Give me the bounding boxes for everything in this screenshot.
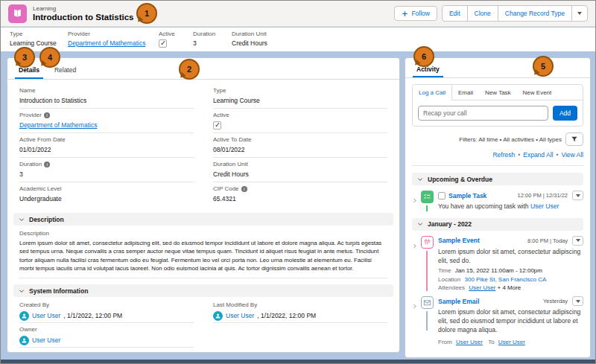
filters-summary: Filters: All time • All activities • All… [459, 136, 562, 143]
field-value: 08/01/2022 [213, 146, 387, 153]
field-label: Duration Unit [232, 31, 267, 37]
view-all-link[interactable]: View All [561, 151, 583, 159]
field-label: Owner [19, 326, 194, 333]
edit-button[interactable]: Edit [443, 6, 468, 21]
location-link[interactable]: 300 Pike St, San Francisco CA [464, 276, 546, 283]
owner-link[interactable]: User User [32, 336, 60, 344]
active-checkbox [159, 39, 167, 48]
annotation-badge-1: 1 [136, 3, 157, 24]
tab-log-a-call[interactable]: Log a Call [413, 85, 452, 100]
event-title-link[interactable]: Sample Event [438, 237, 480, 244]
highlight-field-duration: Duration 3 [193, 31, 232, 51]
field-value: Credit Hours [213, 170, 387, 178]
field-label: Active From Date [19, 136, 194, 143]
add-button[interactable]: Add [553, 106, 577, 121]
tab-activity[interactable]: Activity [416, 66, 440, 77]
field-owner: Owner User User [19, 323, 194, 348]
filter-button[interactable] [565, 132, 583, 146]
time-value: Jan 15, 2022 11:00am - 12:00pm [455, 267, 542, 274]
task-complete-checkbox[interactable] [438, 192, 446, 199]
field-label: Created By [19, 301, 194, 308]
annotation-badge-5: 5 [533, 56, 554, 77]
provider-link[interactable]: Department of Mathematics [19, 121, 97, 129]
section-title: System Information [29, 287, 88, 295]
tab-details[interactable]: Details [19, 66, 39, 79]
email-actions-button[interactable] [572, 296, 583, 306]
field-label: Active [159, 31, 187, 37]
attendee-link[interactable]: User User [469, 284, 495, 291]
chevron-down-icon [576, 194, 580, 197]
refresh-link[interactable]: Refresh [492, 151, 515, 159]
chevron-down-icon [19, 288, 25, 294]
from-label: From [438, 339, 452, 345]
field-type: Type Learning Course [213, 84, 387, 109]
info-icon[interactable] [241, 186, 247, 192]
expand-all-link[interactable]: Expand All [523, 151, 553, 159]
change-record-type-button[interactable]: Change Record Type [498, 6, 572, 21]
chevron-down-icon [417, 221, 423, 227]
location-label: Location [438, 276, 460, 283]
field-value: Undergraduate [19, 195, 194, 202]
clone-button[interactable]: Clone [468, 6, 498, 21]
field-duration: Duration 3 [19, 158, 194, 182]
chevron-down-icon [577, 12, 582, 15]
event-body: Lorem ipsum dolor sit amet, consectetur … [438, 248, 583, 266]
expand-chevron-icon[interactable] [412, 296, 420, 345]
divider [412, 165, 583, 166]
page-title: Introduction to Statistics [33, 13, 133, 22]
chevron-down-icon [576, 300, 580, 303]
salesforce-record-page: Learning Introduction to Statistics Foll… [0, 0, 596, 364]
info-icon[interactable] [44, 112, 50, 118]
section-title: Upcoming & Overdue [428, 176, 492, 183]
task-actions-button[interactable] [572, 191, 583, 200]
field-value: Introduction to Statistics [19, 97, 194, 104]
follow-label: Follow [411, 10, 430, 17]
task-title-link[interactable]: Sample Task [448, 192, 486, 199]
chevron-down-icon [576, 239, 580, 242]
section-upcoming-overdue[interactable]: Upcoming & Overdue [412, 173, 583, 185]
field-label: Type [10, 31, 62, 37]
expand-chevron-icon[interactable] [412, 191, 420, 211]
event-actions-button[interactable] [572, 236, 583, 246]
separator: • [556, 151, 558, 159]
event-meta: 8:00 PM | Today [527, 237, 568, 244]
provider-link[interactable]: Department of Mathematics [68, 39, 145, 47]
attendees-more: + 4 More [498, 284, 522, 291]
info-icon[interactable] [44, 162, 50, 167]
last-modified-by-link[interactable]: User User [226, 312, 254, 319]
plus-icon [402, 10, 408, 17]
field-label: Description [19, 230, 387, 237]
highlight-field-active: Active [159, 31, 193, 51]
email-title-link[interactable]: Sample Email [438, 298, 479, 305]
description-field: Description Lorem ipsum dolor sit amet, … [7, 226, 399, 278]
tab-email[interactable]: Email [452, 85, 479, 100]
task-meta: 12:00 PM | 12/31/22 [518, 192, 568, 199]
tab-new-task[interactable]: New Task [479, 85, 517, 100]
modified-timestamp: , 1/1/2022, 12:00 PM [257, 312, 316, 319]
email-to-link[interactable]: User User [498, 339, 525, 345]
tab-new-event[interactable]: New Event [517, 85, 558, 100]
follow-button[interactable]: Follow [394, 6, 437, 21]
field-name: Name Introduction to Statistics [19, 84, 194, 109]
chevron-down-icon [19, 217, 25, 223]
section-january-2022[interactable]: January - 2022 [412, 218, 583, 231]
expand-chevron-icon[interactable] [412, 236, 420, 291]
funnel-icon [571, 135, 578, 143]
timeline-item-task: Sample Task 12:00 PM | 12/31/22 You have… [412, 191, 583, 211]
email-from-link[interactable]: User User [456, 339, 483, 345]
field-value: Credit Hours [232, 39, 267, 47]
section-description[interactable]: Description [13, 213, 393, 226]
book-icon [12, 8, 23, 19]
created-by-link[interactable]: User User [32, 312, 60, 319]
task-user-link[interactable]: User User [530, 202, 559, 210]
field-label: Last Modified By [213, 301, 387, 308]
recap-call-input[interactable] [418, 106, 548, 121]
tab-related[interactable]: Related [54, 66, 76, 79]
email-meta: Yesterday [543, 298, 568, 304]
learning-object-icon [8, 4, 27, 23]
activity-filters: Filters: All time • All activities • All… [412, 132, 583, 146]
user-avatar-icon [19, 311, 29, 321]
more-actions-button[interactable] [572, 6, 587, 21]
section-system-information[interactable]: System Information [13, 284, 393, 297]
annotation-badge-3: 3 [14, 47, 35, 68]
